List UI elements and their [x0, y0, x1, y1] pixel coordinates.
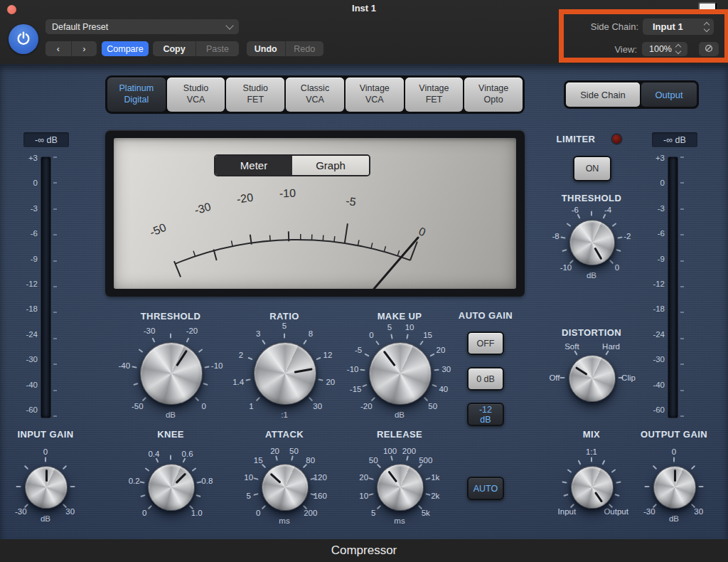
model-studio-vca[interactable]: Studio VCA: [167, 78, 225, 112]
model-vintage-fet[interactable]: Vintage FET: [405, 78, 464, 112]
meter-tick: [680, 338, 684, 339]
meter-scale-label: -9: [646, 255, 665, 263]
vu-scale-label: 0: [417, 225, 427, 238]
meter-scale-label: -60: [19, 405, 38, 414]
auto-gain-label: AUTO GAIN: [439, 310, 532, 321]
knob-title: DISTORTION: [535, 327, 648, 338]
knob-scale-label: -15: [350, 385, 362, 393]
side-chain-dropdown[interactable]: Input 1: [643, 18, 714, 35]
knob-face[interactable]: [140, 342, 203, 405]
vu-scale-label: -30: [193, 201, 213, 216]
model-vintage-opto[interactable]: Vintage Opto: [464, 78, 523, 112]
tab-output[interactable]: Output: [641, 83, 697, 107]
meter-tick: [53, 415, 57, 417]
tab-meter[interactable]: Meter: [215, 156, 292, 175]
knob-tick: [16, 486, 21, 487]
auto-gain-0db-button[interactable]: 0 dB: [467, 367, 504, 391]
meter-tick: [680, 157, 684, 158]
knob-tick: [390, 334, 392, 339]
meter-scale-label: -40: [646, 381, 665, 389]
knob-scale-label: 30: [694, 507, 703, 516]
vu-scale-label: -20: [236, 191, 254, 206]
knob-scale-label: 30: [441, 365, 451, 373]
knob-scale-label: -6: [572, 206, 579, 214]
knob-unit-label: :1: [281, 410, 288, 419]
meter-tick: [680, 208, 684, 210]
knob-scale-label: -30: [15, 507, 27, 516]
knob-face[interactable]: [571, 466, 614, 509]
knob-tick: [574, 351, 578, 356]
model-vintage-vca[interactable]: Vintage VCA: [346, 78, 404, 112]
knob-scale-label: 8: [309, 329, 313, 338]
knob-face[interactable]: [653, 466, 696, 509]
limiter-on-button[interactable]: ON: [573, 156, 611, 181]
preset-dropdown[interactable]: Default Preset: [46, 19, 239, 34]
vu-scale-label: -50: [148, 221, 168, 239]
input-level-readout: -∞ dB: [23, 132, 69, 147]
knob-tick: [203, 383, 208, 386]
power-button[interactable]: [9, 24, 38, 54]
auto-gain-off-button[interactable]: OFF: [467, 332, 504, 355]
meter-bar: [668, 157, 678, 418]
model-platinum-digital[interactable]: Platinum Digital: [107, 78, 166, 112]
knob-face[interactable]: [569, 220, 615, 265]
window-mode-icon[interactable]: [698, 2, 717, 12]
meter-tick: [53, 234, 57, 235]
knob-face[interactable]: [377, 464, 424, 511]
meter-tick: [680, 234, 684, 235]
meter-tick: [53, 157, 57, 158]
view-zoom-stepper[interactable]: 100%: [642, 42, 687, 56]
meter-tick: [680, 286, 684, 287]
knob-scale-label: 5: [371, 509, 375, 517]
knob-face[interactable]: [25, 466, 68, 509]
output-gain-knob: OUTPUT GAIN0-3030dB: [617, 419, 728, 533]
meter-scale-label: -18: [646, 304, 665, 313]
meter-scale-label: -18: [19, 304, 38, 313]
knob-scale-label: 1.4: [232, 378, 244, 386]
compare-button[interactable]: Compare: [102, 41, 149, 56]
knob-scale-label: 10: [244, 473, 253, 482]
meter-tick: [680, 312, 684, 313]
model-studio-fet[interactable]: Studio FET: [226, 78, 284, 112]
knob-face[interactable]: [369, 342, 432, 405]
knob-scale-label: 0: [43, 447, 48, 456]
knob-face[interactable]: [254, 342, 316, 405]
knob-scale-label: -10: [347, 365, 359, 373]
tab-graph[interactable]: Graph: [292, 156, 369, 175]
meter-scale-label: -6: [19, 229, 38, 238]
knob-scale-label: 15: [254, 456, 263, 465]
undo-button[interactable]: Undo: [247, 41, 285, 56]
knob-scale-label: 0.2: [129, 477, 140, 485]
tab-side-chain[interactable]: Side Chain: [566, 83, 640, 107]
meter-scale-label: -3: [646, 204, 665, 213]
knob-scale-label: 160: [314, 492, 327, 500]
knob-face[interactable]: [262, 464, 309, 511]
knob-tick: [605, 351, 609, 356]
model-classic-vca[interactable]: Classic VCA: [286, 78, 344, 112]
knob-scale-label: 120: [314, 473, 327, 482]
knob-title: RELEASE: [343, 429, 456, 440]
release-auto-button[interactable]: AUTO: [467, 477, 504, 500]
knob-tick: [316, 357, 321, 361]
knob-face[interactable]: [148, 464, 195, 511]
knob-scale-label: 5k: [422, 509, 430, 517]
link-icon: [704, 43, 714, 55]
copy-button[interactable]: Copy: [153, 41, 196, 56]
previous-preset-button[interactable]: ‹: [46, 41, 71, 56]
knob-face[interactable]: [569, 355, 616, 402]
meter-tick: [53, 390, 57, 391]
knob-tick: [375, 341, 380, 346]
next-preset-button[interactable]: ›: [72, 41, 97, 56]
meter-scale-label: -6: [646, 229, 665, 238]
window-title: Inst 1: [0, 3, 728, 14]
knob-tick: [577, 460, 581, 465]
paste-button[interactable]: Paste: [196, 41, 239, 56]
knob-scale-label: 1.0: [191, 509, 203, 517]
knob-tick: [140, 494, 145, 497]
compressor-panel: Platinum Digital Studio VCA Studio FET C…: [0, 64, 728, 539]
stepper-up-down-icon: [705, 23, 709, 31]
meter-scale-label: -3: [19, 204, 38, 213]
redo-button[interactable]: Redo: [286, 41, 324, 56]
link-button[interactable]: [699, 42, 719, 56]
auto-gain-minus12db-button[interactable]: -12 dB: [467, 403, 504, 426]
